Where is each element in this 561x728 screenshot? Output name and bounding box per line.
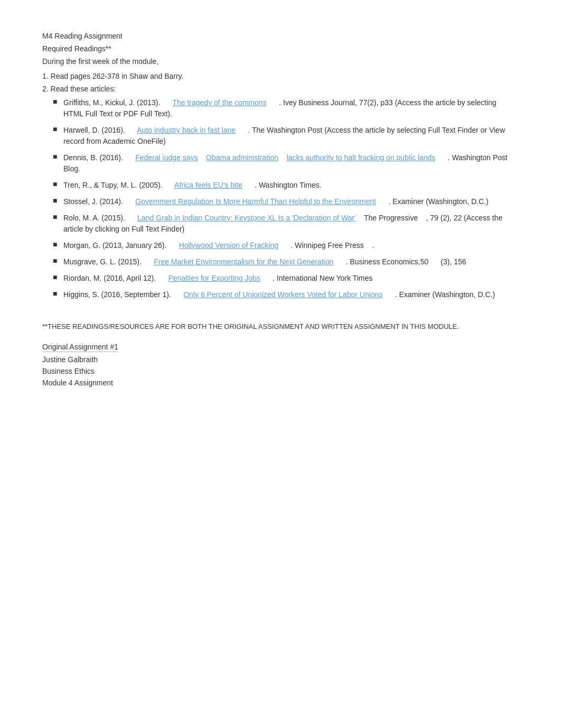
list-item: ■ Dennis, B. (2016). Federal judge says … (53, 152, 518, 174)
assignment-label: Original Assignment #1 (42, 343, 118, 352)
reading-after: . Winnipeg Free Press . (278, 241, 374, 250)
assignment-section: Original Assignment #1 Justine Galbraith… (42, 343, 518, 387)
reading-before: Morgan, G. (2013, January 26). (63, 241, 179, 250)
bullet: ■ (53, 97, 61, 106)
reading-text: Higgins, S. (2016, September 1). Only 6 … (63, 289, 495, 300)
list-item: ■ Morgan, G. (2013, January 26). Hollywo… (53, 240, 518, 251)
reading-text: Rolo, M. A. (2015). Land Grab in Indian … (63, 213, 518, 235)
list-item: ■ Griffiths, M., Kickul, J. (2013). The … (53, 97, 518, 119)
reading-link[interactable]: The tragedy of the commons (172, 98, 266, 107)
student-name: Justine Galbraith (42, 355, 518, 364)
item2: 2. Read these articles: (42, 85, 518, 93)
footer-note: **THESE READINGS/RESOURCES ARE FOR BOTH … (42, 321, 518, 332)
bullet: ■ (53, 180, 61, 188)
reading-text: Stossel, J. (2014). Government Regulatio… (63, 196, 489, 207)
reading-text: Musgrave, G. L. (2015). Free Market Envi… (63, 256, 466, 268)
reading-after: . Examiner (Washington, D.C.) (376, 197, 489, 206)
bullet: ■ (53, 196, 61, 205)
bullet: ■ (53, 152, 61, 161)
reading-link[interactable]: Penalties for Exporting Jobs (168, 274, 260, 282)
reading-before: Musgrave, G. L. (2015). (63, 257, 154, 266)
reading-text: Dennis, B. (2016). Federal judge says Ob… (63, 152, 518, 174)
reading-after: . Examiner (Washington, D.C.) (382, 290, 495, 299)
reading-text: Griffiths, M., Kickul, J. (2013). The tr… (63, 97, 518, 119)
reading-link[interactable]: Government Regulation Is More Harmful Th… (135, 197, 376, 206)
bullet: ■ (53, 256, 61, 265)
list-item: ■ Musgrave, G. L. (2015). Free Market En… (53, 256, 518, 268)
bullet: ■ (53, 213, 61, 221)
reading-link[interactable]: Africa feels EU's bite (174, 181, 242, 189)
reading-before: Stossel, J. (2014). (63, 197, 135, 206)
reading-before: Griffiths, M., Kickul, J. (2013). (63, 98, 172, 107)
list-item: ■ Harwell, D. (2016). Auto industry back… (53, 125, 518, 147)
required-label: Required Readings** (42, 44, 518, 53)
reading-before: Harwell, D. (2016). (63, 126, 137, 134)
module-name: Module 4 Assignment (42, 379, 518, 387)
item1: 1. Read pages 262-378 in Shaw and Barry. (42, 72, 518, 80)
reading-text: Tren, R., & Tupy, M. L. (2005). Africa f… (63, 180, 321, 191)
reading-before: Higgins, S. (2016, September 1). (63, 290, 183, 299)
reading-text: Riordan, M. (2016, April 12). Penalties … (63, 273, 372, 284)
reading-gap (198, 153, 206, 162)
reading-link[interactable]: Auto industry back in fast lane (137, 126, 236, 134)
list-item: ■ Stossel, J. (2014). Government Regulat… (53, 196, 518, 207)
reading-before: Tren, R., & Tupy, M. L. (2005). (63, 181, 174, 189)
list-item: ■ Higgins, S. (2016, September 1). Only … (53, 289, 518, 300)
reading-after: . Washington Times. (242, 181, 322, 189)
reading-link[interactable]: Hollywood Version of Fracking (179, 241, 278, 250)
list-item: ■ Riordan, M. (2016, April 12). Penaltie… (53, 273, 518, 284)
reading-after: . Business Economics,50 (3), 156 (333, 257, 466, 266)
intro-text: During the first week of the module, (42, 57, 518, 66)
page-content: M4 Reading Assignment Required Readings*… (42, 32, 518, 387)
reading-after: . International New York Times (260, 274, 372, 282)
reading-before: Dennis, B. (2016). (63, 153, 135, 162)
reading-before: Riordan, M. (2016, April 12). (63, 274, 168, 282)
reading-text: Harwell, D. (2016). Auto industry back i… (63, 125, 518, 147)
course-name: Business Ethics (42, 367, 518, 375)
reading-link[interactable]: Only 6 Percent of Unionized Workers Vote… (183, 290, 382, 299)
reading-link-3[interactable]: lacks authority to halt fracking on publ… (287, 153, 436, 162)
bullet: ■ (53, 273, 61, 281)
reading-link[interactable]: Land Grab in Indian Country: Keystone XL… (137, 214, 356, 222)
readings-list: ■ Griffiths, M., Kickul, J. (2013). The … (53, 97, 518, 300)
reading-gap2 (278, 153, 287, 162)
reading-text: Morgan, G. (2013, January 26). Hollywood… (63, 240, 374, 251)
list-item: ■ Tren, R., & Tupy, M. L. (2005). Africa… (53, 180, 518, 191)
bullet: ■ (53, 240, 61, 248)
bullet: ■ (53, 289, 61, 298)
reading-link[interactable]: Free Market Environmentalism for the Nex… (154, 257, 333, 266)
page-title: M4 Reading Assignment (42, 32, 518, 40)
reading-link-1[interactable]: Federal judge says (135, 153, 198, 162)
reading-link-2[interactable]: Obama administration (206, 153, 278, 162)
reading-before: Rolo, M. A. (2015). (63, 214, 137, 222)
list-item: ■ Rolo, M. A. (2015). Land Grab in India… (53, 213, 518, 235)
bullet: ■ (53, 125, 61, 133)
